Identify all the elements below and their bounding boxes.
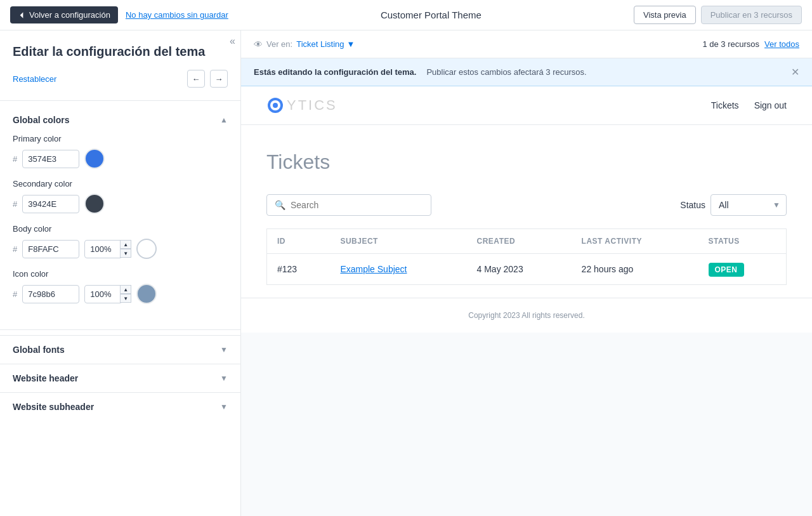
global-colors-section-header[interactable]: Global colors (0, 106, 240, 134)
global-fonts-title: Global fonts (13, 345, 65, 355)
body-color-swatch[interactable] (136, 239, 157, 259)
ticket-listing-button[interactable]: Ticket Listing ▼ (296, 39, 355, 49)
open-status-badge: OPEN (709, 263, 744, 277)
banner-text: Publicar estos cambios afectará 3 recurs… (426, 67, 586, 77)
restore-link[interactable]: Restablecer (13, 74, 182, 84)
nav-sign-out[interactable]: Sign out (754, 100, 787, 110)
main-layout: « Editar la configuración del tema Resta… (0, 30, 812, 516)
secondary-hash: # (13, 199, 17, 209)
preview-footer: Copyright 2023 All rights reserved. (241, 298, 812, 333)
global-fonts-chevron-icon (220, 345, 228, 354)
panel-header: Editar la configuración del tema Restabl… (0, 30, 240, 95)
global-colors-body: Primary color # Secondary color # Body c… (0, 134, 240, 324)
body-color-row: # ▲ ▼ (13, 239, 228, 259)
search-filter-row: 🔍 Status All Open Closed ▼ (266, 194, 787, 216)
primary-color-label: Primary color (13, 134, 228, 143)
icon-color-label: Icon color (13, 269, 228, 279)
svg-point-3 (273, 103, 278, 108)
portal-nav: Tickets Sign out (711, 100, 787, 110)
icon-opacity-input[interactable] (84, 285, 122, 303)
logo-icon (266, 96, 284, 114)
divider (0, 100, 240, 101)
col-created: CREATED (467, 229, 572, 254)
col-status: STATUS (698, 229, 787, 254)
preview-button[interactable]: Vista previa (634, 6, 696, 24)
ver-en-left: 👁 Ver en: Ticket Listing ▼ (254, 39, 355, 50)
table-body: #123 Example Subject 4 May 2023 22 hours… (267, 254, 787, 285)
col-last-activity: LAST ACTIVITY (572, 229, 698, 254)
divider-2 (0, 329, 240, 330)
undo-button[interactable]: ← (187, 70, 205, 88)
secondary-color-row: # (13, 194, 228, 214)
footer-text: Copyright 2023 All rights reserved. (468, 311, 584, 320)
secondary-color-label: Secondary color (13, 179, 228, 189)
panel-title: Editar la configuración del tema (13, 43, 228, 60)
nav-tickets[interactable]: Tickets (711, 100, 739, 110)
cell-subject: Example Subject (330, 254, 466, 285)
cell-status: OPEN (698, 254, 787, 285)
search-icon: 🔍 (275, 200, 285, 210)
global-colors-title: Global colors (13, 115, 69, 125)
primary-color-input[interactable] (22, 150, 79, 168)
subject-link[interactable]: Example Subject (340, 264, 407, 274)
page-title: Customer Portal Theme (381, 10, 481, 20)
info-banner: Estás editando la configuración del tema… (241, 58, 812, 86)
body-color-input[interactable] (22, 240, 79, 258)
icon-color-row: # ▲ ▼ (13, 284, 228, 304)
primary-color-swatch[interactable] (84, 149, 105, 169)
portal-header: YTICS Tickets Sign out (241, 86, 812, 125)
icon-color-input[interactable] (22, 285, 79, 303)
status-select-wrapper: All Open Closed ▼ (710, 194, 787, 216)
website-subheader-section[interactable]: Website subheader (0, 392, 240, 421)
no-changes-link[interactable]: No hay cambios sin guardar (126, 10, 228, 20)
body-color-label: Body color (13, 224, 228, 234)
table-row: #123 Example Subject 4 May 2023 22 hours… (267, 254, 787, 285)
eye-icon: 👁 (254, 39, 263, 50)
body-opacity-down[interactable]: ▼ (120, 249, 131, 258)
top-bar-left: Volver a configuración No hay cambios si… (10, 6, 228, 23)
cell-id: #123 (267, 254, 331, 285)
icon-color-swatch[interactable] (136, 284, 157, 304)
banner-close-button[interactable]: ✕ (791, 66, 799, 78)
secondary-color-swatch[interactable] (84, 194, 105, 214)
body-opacity-input[interactable] (84, 240, 122, 258)
primary-color-row: # (13, 149, 228, 169)
icon-hash: # (13, 289, 17, 299)
tickets-page-title: Tickets (266, 150, 787, 174)
search-box: 🔍 (266, 194, 431, 216)
global-colors-chevron-icon (220, 116, 228, 124)
body-hash: # (13, 244, 17, 254)
cell-created: 4 May 2023 (467, 254, 572, 285)
cell-last-activity: 22 hours ago (572, 254, 698, 285)
search-input[interactable] (291, 200, 423, 210)
svg-marker-0 (20, 12, 23, 18)
back-button[interactable]: Volver a configuración (10, 6, 118, 23)
secondary-color-input[interactable] (22, 195, 79, 213)
collapse-button[interactable]: « (230, 36, 235, 47)
icon-opacity-stepper: ▲ ▼ (120, 285, 131, 303)
ver-en-right: 1 de 3 recursos Ver todos (702, 39, 799, 49)
status-select[interactable]: All Open Closed (710, 194, 787, 216)
preview-content: YTICS Tickets Sign out Tickets 🔍 (241, 86, 812, 333)
global-fonts-section[interactable]: Global fonts (0, 335, 240, 364)
ver-todos-link[interactable]: Ver todos (764, 39, 799, 49)
portal-logo: YTICS (266, 96, 337, 114)
table-header-row: ID SUBJECT CREATED LAST ACTIVITY STATUS (267, 229, 787, 254)
resources-count: 1 de 3 recursos (702, 39, 759, 49)
icon-opacity-down[interactable]: ▼ (120, 294, 131, 303)
body-opacity-stepper: ▲ ▼ (120, 240, 131, 258)
top-bar: Volver a configuración No hay cambios si… (0, 0, 812, 30)
website-header-section[interactable]: Website header (0, 364, 240, 392)
publish-button[interactable]: Publicar en 3 recursos (701, 6, 802, 24)
status-filter: Status All Open Closed ▼ (680, 194, 787, 216)
website-header-chevron-icon (220, 374, 228, 383)
status-filter-label: Status (680, 200, 705, 210)
icon-opacity-up[interactable]: ▲ (120, 285, 131, 294)
website-subheader-chevron-icon (220, 402, 228, 411)
logo-text: YTICS (287, 97, 337, 114)
col-id: ID (267, 229, 331, 254)
primary-hash: # (13, 154, 17, 164)
redo-button[interactable]: → (210, 70, 228, 88)
top-bar-right: Vista previa Publicar en 3 recursos (634, 6, 802, 24)
body-opacity-up[interactable]: ▲ (120, 240, 131, 249)
